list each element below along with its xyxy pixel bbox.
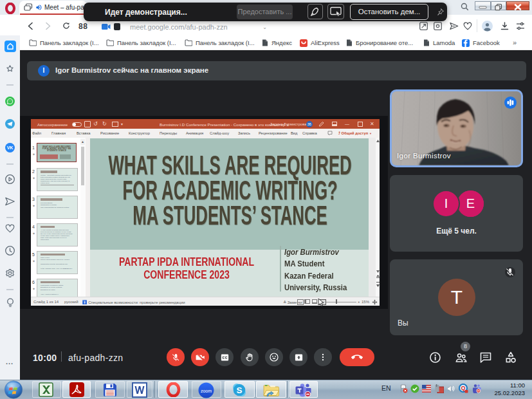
svg-text:S: S [236, 385, 242, 395]
svg-text:VK: VK [7, 145, 14, 150]
svg-text:zoom: zoom [201, 389, 212, 393]
